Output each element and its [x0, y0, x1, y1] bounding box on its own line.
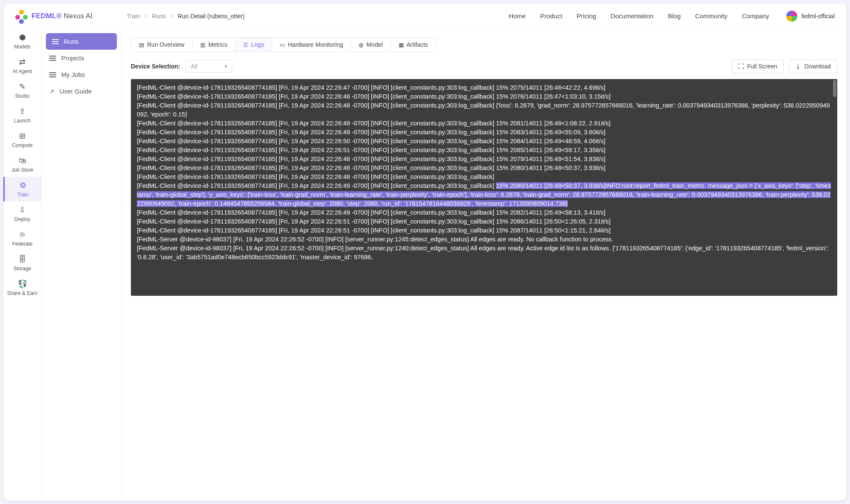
rail-share-earn[interactable]: 💱Share & Earn: [3, 275, 41, 300]
breadcrumb-train[interactable]: Train: [127, 13, 140, 20]
log-line: [FedML-Client @device-id-178119326540877…: [137, 156, 606, 162]
logs-icon: ☰: [243, 42, 248, 48]
ai-agent-icon: ⇄: [19, 57, 26, 67]
rail-compute[interactable]: ⊞Compute: [3, 127, 41, 152]
log-line: [FedML-Client @device-id-178119326540877…: [137, 129, 606, 136]
rail-job-store[interactable]: 🛍Job Store: [3, 152, 41, 177]
tab-metrics[interactable]: ▥Metrics: [193, 38, 235, 51]
menu-bars-icon: [52, 39, 59, 44]
rail-deploy[interactable]: ⇩Deploy: [3, 201, 41, 226]
scrollbar[interactable]: [833, 80, 836, 97]
artifacts-icon: ▦: [399, 42, 404, 48]
subnav-projects[interactable]: Projects: [42, 50, 121, 66]
breadcrumb-runs[interactable]: Runs: [152, 13, 166, 20]
log-line: [FedML-Client @device-id-178119326540877…: [137, 209, 606, 216]
subnav-user-guide[interactable]: ↗User Guide: [42, 83, 121, 99]
storage-icon: 🗄: [19, 255, 26, 264]
user-name: fedml-official: [802, 13, 835, 20]
fullscreen-button[interactable]: ⛶ Full Screen: [731, 59, 784, 73]
rail-storage[interactable]: 🗄Storage: [3, 251, 41, 275]
icon-rail: ⬢Models⇄AI Agent✎Studio⇪Launch⊞Compute🛍J…: [3, 29, 42, 501]
nav-community[interactable]: Community: [695, 12, 728, 20]
compute-icon: ⊞: [19, 131, 26, 141]
rail-ai-agent[interactable]: ⇄AI Agent: [3, 54, 41, 78]
rail-federate[interactable]: ፨Federate: [3, 226, 41, 251]
device-selection-dropdown[interactable]: All: [185, 60, 232, 73]
rail-models[interactable]: ⬢Models: [3, 29, 41, 54]
tab-run-overview[interactable]: ▤Run Overview: [131, 38, 193, 51]
brand-logo[interactable]: FEDML® Nexus AI: [15, 10, 93, 23]
menu-bars-icon: [49, 56, 56, 61]
log-line: [FedML-Server @device-id-98037] [Fri, 19…: [137, 236, 613, 243]
run-overview-icon: ▤: [139, 42, 144, 48]
menu-bars-icon: [49, 72, 56, 77]
tab-model[interactable]: ◍Model: [351, 38, 391, 51]
train-icon: ⚙: [20, 181, 26, 190]
launch-icon: ⇪: [19, 107, 26, 116]
rail-train[interactable]: ⚙Train: [3, 177, 41, 201]
log-line: [FedML-Client @device-id-178119326540877…: [137, 84, 606, 91]
federate-icon: ፨: [20, 230, 25, 239]
breadcrumb-current: Run Detail (rubens_otter): [178, 13, 244, 20]
log-line: [FedML-Client @device-id-178119326540877…: [137, 218, 611, 225]
log-line: [FedML-Client @device-id-178119326540877…: [137, 164, 606, 171]
rail-launch[interactable]: ⇪Launch: [3, 103, 41, 127]
subnav-runs[interactable]: Runs: [46, 33, 117, 50]
nav-product[interactable]: Product: [540, 12, 562, 20]
log-line: [FedML-Client @device-id-178119326540877…: [137, 102, 830, 118]
avatar-icon: [786, 11, 797, 22]
metrics-icon: ▥: [200, 42, 205, 48]
device-selection-label: Device Selection:: [131, 63, 180, 70]
job-store-icon: 🛍: [19, 156, 26, 165]
nav-pricing[interactable]: Pricing: [577, 12, 596, 20]
log-line: [FedML-Client @device-id-178119326540877…: [137, 227, 611, 234]
tab-hardware-monitoring[interactable]: ▭Hardware Monitoring: [272, 38, 351, 51]
log-line: [FedML-Client @device-id-178119326540877…: [137, 138, 606, 144]
models-icon: ⬢: [19, 33, 26, 42]
external-link-icon: ↗: [49, 88, 54, 95]
studio-icon: ✎: [19, 82, 26, 91]
nav-home[interactable]: Home: [509, 12, 526, 20]
top-nav: HomeProductPricingDocumentationBlogCommu…: [509, 12, 769, 20]
log-line: [FedML-Client @device-id-178119326540877…: [137, 120, 611, 127]
log-line: [FedML-Server @device-id-98037] [Fri, 19…: [137, 245, 830, 260]
fullscreen-icon: ⛶: [738, 63, 744, 70]
breadcrumb: Train > Runs > Run Detail (rubens_otter): [127, 13, 245, 20]
nav-documentation[interactable]: Documentation: [611, 12, 654, 20]
hardware-monitoring-icon: ▭: [280, 42, 285, 48]
nav-blog[interactable]: Blog: [668, 12, 681, 20]
share-earn-icon: 💱: [18, 279, 27, 289]
nav-company[interactable]: Company: [742, 12, 769, 20]
download-button[interactable]: ⭳ Download: [789, 59, 837, 73]
log-line: [FedML-Client @device-id-178119326540877…: [137, 93, 611, 100]
tab-artifacts[interactable]: ▦Artifacts: [391, 38, 436, 51]
user-menu[interactable]: fedml-official: [786, 11, 835, 22]
subnav-my-jobs[interactable]: My Jobs: [42, 66, 121, 83]
download-icon: ⭳: [795, 63, 801, 70]
log-viewer[interactable]: [FedML-Client @device-id-178119326540877…: [131, 79, 837, 296]
deploy-icon: ⇩: [19, 205, 26, 215]
run-tabs: ▤Run Overview▥Metrics☰Logs▭Hardware Moni…: [131, 37, 436, 52]
tab-logs[interactable]: ☰Logs: [235, 38, 272, 51]
fedml-logo-icon: [15, 10, 28, 23]
log-line: [FedML-Client @device-id-178119326540877…: [137, 173, 494, 180]
brand-text: FEDML® Nexus AI: [31, 12, 93, 20]
sub-nav: RunsProjectsMy Jobs↗User Guide: [42, 29, 122, 501]
log-line: [FedML-Client @device-id-178119326540877…: [137, 182, 496, 189]
rail-studio[interactable]: ✎Studio: [3, 78, 41, 103]
model-icon: ◍: [359, 42, 363, 48]
log-line: [FedML-Client @device-id-178119326540877…: [137, 147, 606, 153]
